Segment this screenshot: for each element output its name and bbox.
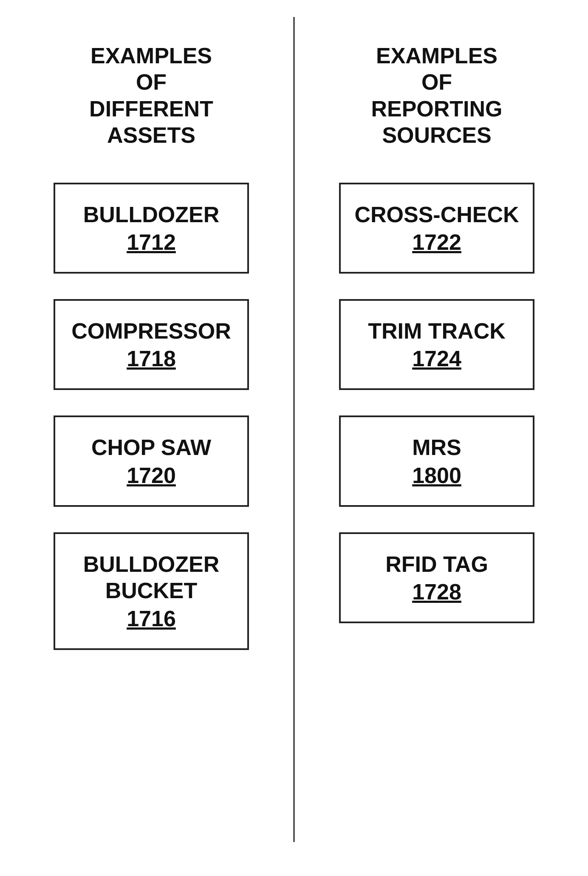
bulldozer-1712-title: BULLDOZER <box>68 201 235 228</box>
compressor-1718-title: COMPRESSOR <box>68 318 235 344</box>
bulldozer-bucket-1716-title-line1: BULLDOZER <box>68 551 235 577</box>
chop-saw-1720-box: CHOP SAW 1720 <box>54 415 249 506</box>
trim-track-1724-id: 1724 <box>353 346 520 371</box>
chop-saw-1720-id: 1720 <box>68 463 235 488</box>
left-header-line-4: ASSETS <box>107 123 195 147</box>
right-header-line-1: EXAMPLES <box>376 43 498 68</box>
trim-track-1724-title: TRIM TRACK <box>353 318 520 344</box>
bulldozer-1712-id: 1712 <box>68 229 235 255</box>
mrs-1800-id: 1800 <box>353 463 520 488</box>
left-column: EXAMPLES OF DIFFERENT ASSETS BULLDOZER 1… <box>0 17 294 842</box>
left-column-header: EXAMPLES OF DIFFERENT ASSETS <box>89 42 213 149</box>
compressor-1718-id: 1718 <box>68 346 235 371</box>
left-header-line-1: EXAMPLES <box>90 43 212 68</box>
bulldozer-1712-box: BULLDOZER 1712 <box>54 183 249 274</box>
right-header-line-2: OF <box>421 70 452 94</box>
center-divider <box>294 17 295 842</box>
rfid-tag-1728-id: 1728 <box>353 579 520 605</box>
mrs-1800-title: MRS <box>353 434 520 461</box>
right-column: EXAMPLES OF REPORTING SOURCES CROSS-CHEC… <box>294 17 588 842</box>
main-layout: EXAMPLES OF DIFFERENT ASSETS BULLDOZER 1… <box>0 17 588 842</box>
bulldozer-bucket-1716-id: 1716 <box>68 606 235 631</box>
left-header-line-3: DIFFERENT <box>89 96 213 121</box>
cross-check-1722-id: 1722 <box>353 229 520 255</box>
left-header-line-2: OF <box>136 70 167 94</box>
right-header-line-4: SOURCES <box>382 123 491 147</box>
rfid-tag-1728-title: RFID TAG <box>353 551 520 577</box>
chop-saw-1720-title: CHOP SAW <box>68 434 235 461</box>
right-column-header: EXAMPLES OF REPORTING SOURCES <box>371 42 502 149</box>
compressor-1718-box: COMPRESSOR 1718 <box>54 299 249 390</box>
page-container: EXAMPLES OF DIFFERENT ASSETS BULLDOZER 1… <box>0 0 588 876</box>
rfid-tag-1728-box: RFID TAG 1728 <box>339 532 534 623</box>
trim-track-1724-box: TRIM TRACK 1724 <box>339 299 534 390</box>
cross-check-1722-box: CROSS-CHECK 1722 <box>339 183 534 274</box>
mrs-1800-box: MRS 1800 <box>339 415 534 506</box>
right-header-line-3: REPORTING <box>371 96 502 121</box>
bulldozer-bucket-1716-title-line2: BUCKET <box>68 577 235 604</box>
cross-check-1722-title: CROSS-CHECK <box>353 201 520 228</box>
bulldozer-bucket-1716-box: BULLDOZER BUCKET 1716 <box>54 532 249 650</box>
